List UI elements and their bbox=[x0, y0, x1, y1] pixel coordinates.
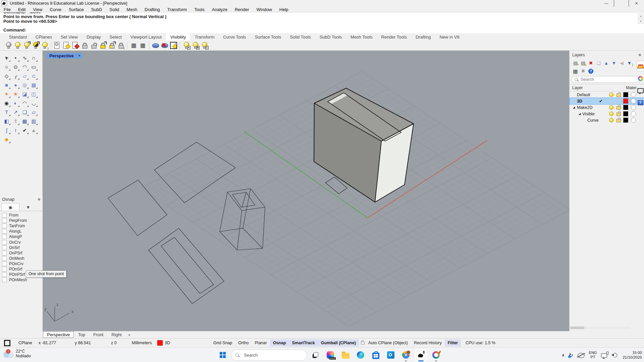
tab-surface-tools[interactable]: Surface Tools bbox=[251, 34, 286, 41]
show-selected-in-detail-icon[interactable] bbox=[71, 41, 80, 50]
bulb-group-b-icon[interactable]: B bbox=[191, 41, 200, 50]
close-button[interactable]: ✕ bbox=[629, 0, 644, 7]
status-current-layer[interactable]: 3D bbox=[157, 340, 170, 346]
swap-hidden-icon[interactable]: ↕ bbox=[41, 41, 49, 50]
arc-3pt-tool[interactable]: ◠ bbox=[20, 62, 29, 71]
layer-name[interactable]: Visible bbox=[582, 112, 595, 116]
move-down-icon[interactable]: ▼ bbox=[610, 59, 618, 67]
filter-tab[interactable]: ▼ bbox=[19, 203, 37, 211]
bend-tool[interactable]: ≀ bbox=[11, 126, 20, 135]
array-linear-tool[interactable]: ▥ bbox=[29, 117, 38, 126]
menu-transform[interactable]: Transform bbox=[164, 7, 191, 12]
layer-material-circle[interactable] bbox=[631, 105, 636, 110]
layer-menu-icon[interactable]: ≡ bbox=[579, 67, 587, 75]
menu-drafting[interactable]: Drafting bbox=[141, 7, 164, 12]
bulb-group-c-icon[interactable]: C bbox=[200, 41, 209, 50]
viewport-tab-right[interactable]: Right bbox=[108, 332, 125, 338]
explode-tool[interactable]: ✶ bbox=[2, 89, 11, 99]
tab-set-view[interactable]: Set View bbox=[56, 34, 82, 41]
layer-lock-icon[interactable] bbox=[616, 113, 621, 116]
clipping-in-detail-icon[interactable] bbox=[169, 41, 178, 50]
start-button[interactable] bbox=[216, 348, 229, 362]
layers-h-scrollbar[interactable] bbox=[570, 326, 631, 329]
shear-tool[interactable]: ▱ bbox=[29, 108, 38, 117]
checkbox-tanfrom[interactable] bbox=[2, 224, 7, 228]
status-toggle-record-history[interactable]: Record History bbox=[411, 339, 445, 347]
new-sublayer-icon[interactable]: ▤↳ bbox=[579, 59, 587, 67]
layers-tab[interactable] bbox=[637, 61, 644, 71]
clock[interactable]: 15:00 21/10/2025 bbox=[623, 350, 642, 360]
tab-new-in-v8[interactable]: New in V8 bbox=[435, 34, 464, 41]
taskbar-app-paint[interactable] bbox=[429, 348, 443, 362]
lock-objects-icon[interactable] bbox=[80, 41, 89, 50]
checkbox-oncrv[interactable] bbox=[2, 240, 7, 245]
minimize-button[interactable]: — bbox=[599, 0, 614, 7]
layer-lock-icon[interactable] bbox=[616, 94, 621, 97]
gear-icon[interactable]: ✱ bbox=[638, 53, 641, 57]
help-tab[interactable]: ? bbox=[637, 98, 644, 108]
maximize-button[interactable] bbox=[614, 0, 629, 7]
checkbox-onpsrf[interactable] bbox=[2, 251, 7, 255]
menu-file[interactable]: File bbox=[0, 7, 14, 12]
checkbox-ponsrf[interactable] bbox=[2, 267, 7, 272]
network-icon[interactable] bbox=[601, 353, 607, 358]
layer-visibility-bulb-icon[interactable] bbox=[609, 112, 613, 116]
unlock-objects-icon[interactable] bbox=[90, 41, 98, 50]
delete-layer-icon[interactable]: ✖ bbox=[587, 59, 595, 67]
tab-drafting[interactable]: Drafting bbox=[411, 34, 435, 41]
layer-color-swatch[interactable] bbox=[623, 99, 628, 104]
tab-solid-tools[interactable]: Solid Tools bbox=[285, 34, 315, 41]
control-point-curve-tool[interactable]: ∿ bbox=[20, 53, 29, 62]
show-hidden-icons-icon[interactable]: ∧ bbox=[562, 353, 565, 357]
extrude-tool[interactable]: ⇑ bbox=[11, 117, 20, 126]
column-header-layer[interactable]: Layer bbox=[570, 85, 583, 90]
blend-curve-tool[interactable]: ◠ bbox=[20, 99, 29, 108]
checkbox-onsrf[interactable] bbox=[2, 245, 7, 250]
checkbox-alongp[interactable] bbox=[2, 234, 7, 239]
osnap-tab[interactable]: ◉ bbox=[1, 203, 19, 211]
cone-cylinder-tool[interactable]: ▲ bbox=[29, 126, 38, 135]
status-toggle-grid-snap[interactable]: Grid Snap bbox=[210, 339, 235, 347]
layer-search-box[interactable] bbox=[572, 76, 640, 83]
menu-curve[interactable]: Curve bbox=[46, 7, 65, 12]
tab-subd-tools[interactable]: SubD Tools bbox=[315, 34, 346, 41]
boolean-union-tool[interactable]: ◉ bbox=[2, 99, 11, 108]
notes-panel-icon[interactable] bbox=[4, 340, 10, 346]
status-toggle-auto-cplane-object-[interactable]: Auto CPlane (Object) bbox=[365, 339, 411, 347]
array-tool[interactable]: ▦ bbox=[20, 117, 29, 126]
gear-icon[interactable]: ✱ bbox=[38, 197, 41, 202]
hide-control-points-icon[interactable]: ▦ bbox=[139, 41, 147, 50]
filter-layers-icon[interactable]: ▼| bbox=[626, 59, 633, 67]
select-tool[interactable]: ➤ bbox=[2, 53, 11, 62]
check-selection-tool[interactable]: ✔ bbox=[20, 126, 29, 135]
fillet-curve-tool[interactable]: ╭ bbox=[11, 71, 20, 80]
color-tab[interactable] bbox=[637, 73, 644, 83]
weather-widget[interactable]: 2 22°C Nublado bbox=[3, 349, 31, 358]
tab-transform[interactable]: Transform bbox=[190, 34, 219, 41]
ellipse-tool[interactable]: ⊙ bbox=[11, 62, 20, 71]
layer-material-circle[interactable] bbox=[631, 111, 636, 116]
split-tool[interactable]: ◫ bbox=[29, 89, 38, 99]
layer-visibility-bulb-icon[interactable] bbox=[609, 118, 613, 122]
circle-tool[interactable]: ○ bbox=[2, 62, 11, 71]
scroll-up-icon[interactable]: ▲ bbox=[638, 13, 644, 18]
status-toggle-gumball-cplane-[interactable]: Gumball (CPlane) bbox=[318, 339, 359, 347]
layer-material-circle[interactable] bbox=[631, 99, 636, 104]
layer-name[interactable]: Curve bbox=[587, 118, 598, 123]
status-toggle-osnap[interactable]: Osnap bbox=[270, 339, 289, 347]
display-tab[interactable] bbox=[637, 85, 644, 96]
show-objects-icon[interactable] bbox=[13, 41, 22, 50]
menu-solid[interactable]: Solid bbox=[106, 7, 123, 12]
status-toggle-filter[interactable]: Filter bbox=[445, 339, 461, 347]
menu-view[interactable]: View bbox=[29, 7, 46, 12]
show-selected-icon[interactable] bbox=[22, 41, 31, 50]
status-x-coordinate[interactable]: x -81.277 bbox=[39, 341, 75, 345]
taskbar-app-microsoft-store[interactable] bbox=[369, 348, 382, 362]
layer-name[interactable]: 3D bbox=[577, 99, 582, 104]
text-tool[interactable]: T bbox=[2, 108, 11, 117]
duplicate-layer-icon[interactable]: ❏ bbox=[595, 59, 602, 67]
taskbar-app-chrome[interactable] bbox=[399, 348, 413, 362]
menu-edit[interactable]: Edit bbox=[14, 7, 29, 12]
sphere-tool[interactable]: ● bbox=[11, 80, 20, 89]
help-icon[interactable]: ? bbox=[587, 67, 595, 75]
